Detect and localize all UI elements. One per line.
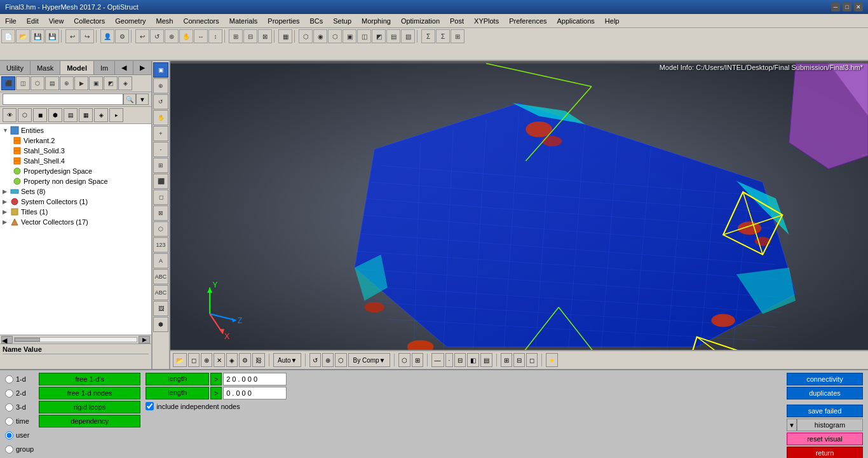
show-comps-btn[interactable]: ◫: [16, 76, 30, 90]
radio-time[interactable]: [5, 417, 13, 426]
collapse-btn[interactable]: ◀: [115, 61, 133, 74]
tool7[interactable]: ▤: [386, 29, 400, 43]
tree-item-system-collectors[interactable]: ▶ System Collectors (1): [0, 197, 151, 207]
tool8[interactable]: ▧: [401, 29, 415, 43]
close-btn[interactable]: ✕: [854, 3, 863, 11]
tab-im[interactable]: Im: [94, 61, 115, 74]
disp-mesh-btn[interactable]: ▤: [64, 108, 78, 122]
connectivity-btn[interactable]: connectivity: [787, 373, 863, 385]
tree-item-sets[interactable]: ▶ Sets (8): [0, 186, 151, 197]
zoom-btn[interactable]: ↔: [194, 29, 208, 43]
tool1[interactable]: ⬡: [299, 29, 313, 43]
show-others-btn[interactable]: ◈: [118, 76, 132, 90]
disp-sym-btn[interactable]: ◈: [94, 108, 108, 122]
maximize-btn[interactable]: □: [843, 3, 851, 11]
radio-1d[interactable]: [5, 375, 13, 384]
radio-group[interactable]: [5, 445, 13, 454]
menu-setup[interactable]: Setup: [328, 16, 356, 26]
tab-utility[interactable]: Utility: [0, 61, 31, 74]
vt-img-btn[interactable]: 🖼: [153, 301, 168, 316]
disp-shade-btn[interactable]: ◼: [33, 108, 47, 122]
disp-more-btn[interactable]: ▸: [109, 108, 123, 122]
vp-bt-select-btn[interactable]: ◻: [188, 353, 200, 367]
vt-rotate-btn[interactable]: ↺: [153, 94, 168, 109]
tool3[interactable]: ⬡: [328, 29, 342, 43]
vt-abc1-btn[interactable]: ABC: [153, 269, 168, 284]
vp-bt-chain-btn[interactable]: ⛓: [252, 353, 265, 367]
menu-preferences[interactable]: Preferences: [504, 16, 552, 26]
radio-2d[interactable]: [5, 389, 13, 398]
menu-bcs[interactable]: BCs: [305, 16, 329, 26]
vp-layout-btn[interactable]: ⊞: [501, 353, 512, 367]
menu-applications[interactable]: Applications: [552, 16, 600, 26]
length-arrow-2[interactable]: >: [210, 387, 222, 399]
tree-item-vector-collectors[interactable]: ▶ Vector Collectors (17): [0, 217, 151, 227]
vp-move-icon[interactable]: ⊕: [322, 353, 334, 367]
show-mesh-btn[interactable]: ▤: [45, 76, 59, 90]
search-input[interactable]: [3, 94, 123, 105]
sum2-btn[interactable]: Σ: [436, 29, 450, 43]
disp-eye-btn[interactable]: 👁: [3, 108, 17, 122]
rigid-loops-btn[interactable]: rigid loops: [39, 401, 140, 413]
tool5[interactable]: ◫: [357, 29, 371, 43]
table-btn[interactable]: ⊞: [451, 29, 465, 43]
undo-btn[interactable]: ↩: [65, 29, 79, 43]
vt-sel3-btn[interactable]: ⊠: [153, 205, 168, 221]
return-btn[interactable]: return: [787, 447, 863, 458]
vp-dash-btn[interactable]: —: [431, 353, 444, 367]
tab-mask[interactable]: Mask: [31, 61, 60, 74]
histogram-btn[interactable]: histogram: [797, 419, 863, 431]
radio-3d[interactable]: [5, 403, 13, 412]
search-btn[interactable]: 🔍: [123, 94, 136, 105]
vp-shade2-btn[interactable]: ▤: [480, 353, 492, 367]
menu-edit[interactable]: Edit: [22, 16, 44, 26]
vp-star-btn[interactable]: ★: [546, 353, 558, 367]
reset-visual-btn[interactable]: reset visual: [787, 433, 863, 445]
radio-user[interactable]: [5, 431, 13, 440]
vp-win-btn[interactable]: ◻: [526, 353, 538, 367]
scroll-thumb[interactable]: [15, 338, 40, 342]
vt-mark-btn[interactable]: 123: [153, 237, 168, 253]
show-systems-btn[interactable]: ⊕: [60, 76, 74, 90]
menu-materials[interactable]: Materials: [224, 16, 263, 26]
fit-btn[interactable]: ⊕: [165, 29, 179, 43]
tree-scrollbar[interactable]: ◀ ▶: [0, 335, 151, 344]
show-all-btn[interactable]: ⬛: [1, 76, 15, 90]
rotate-btn[interactable]: ↺: [150, 29, 164, 43]
vt-sel4-btn[interactable]: ⬡: [153, 221, 168, 237]
free-1ds-btn[interactable]: free 1-d's: [39, 373, 140, 385]
open-btn[interactable]: 📂: [16, 29, 30, 43]
vt-sel2-btn[interactable]: ◻: [153, 190, 168, 205]
show-loads-btn[interactable]: ◩: [104, 76, 118, 90]
vp-cube-btn[interactable]: ⬡: [398, 353, 410, 367]
dependency-btn[interactable]: dependency: [39, 415, 140, 427]
sum-btn[interactable]: Σ: [421, 29, 435, 43]
length-arrow-1[interactable]: >: [210, 373, 222, 385]
sel-reverse-btn[interactable]: ⊠: [258, 29, 272, 43]
vp-shade1-btn[interactable]: ◧: [467, 353, 479, 367]
show-geom-btn[interactable]: ⬡: [31, 76, 44, 90]
menu-optimization[interactable]: Optimization: [396, 16, 445, 26]
menu-mesh[interactable]: Mesh: [151, 16, 179, 26]
menu-morphing[interactable]: Morphing: [356, 16, 396, 26]
scroll-left-btn[interactable]: ◀: [1, 336, 13, 344]
components-btn[interactable]: ⚙: [115, 29, 129, 43]
vp-view-btn[interactable]: ⬡: [335, 353, 347, 367]
by-comp-dropdown-btn[interactable]: By Comp ▼: [348, 353, 390, 367]
entities-header[interactable]: ▼ Entities: [0, 125, 151, 135]
disp-geom-btn[interactable]: ⬢: [48, 108, 62, 122]
tree-item-titles[interactable]: ▶ Titles (1): [0, 207, 151, 217]
user-btn[interactable]: 👤: [100, 29, 114, 43]
vp-point-btn[interactable]: ·: [445, 353, 454, 367]
tool4[interactable]: ▣: [342, 29, 356, 43]
tree-item-stahl-solid3[interactable]: Stahl_Solid.3: [0, 146, 151, 156]
tree-item-propdesign[interactable]: Propertydesign Space: [0, 166, 151, 176]
include-independent-checkbox[interactable]: [146, 402, 154, 410]
menu-view[interactable]: View: [44, 16, 69, 26]
save-as-btn[interactable]: 💾: [45, 29, 59, 43]
vp-bt-del-btn[interactable]: ✕: [214, 353, 225, 367]
vt-pan-btn[interactable]: ✋: [153, 110, 168, 125]
zoom-sel-btn[interactable]: ↩: [135, 29, 149, 43]
viewport[interactable]: Model Info: C:/Users/INTEL/Desktop/Final…: [170, 61, 868, 369]
vt-fit-btn[interactable]: ⊞: [153, 158, 168, 173]
